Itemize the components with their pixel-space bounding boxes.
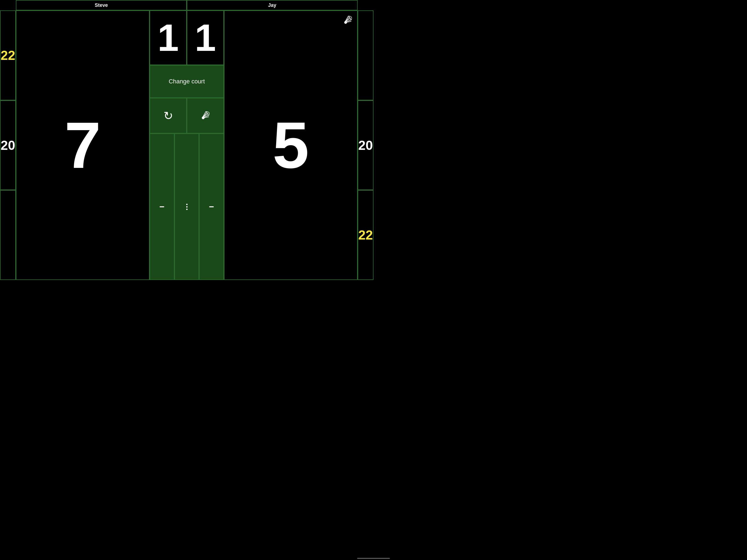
jay-score-area[interactable]: 5 (224, 10, 358, 280)
header-right-pad (358, 0, 374, 10)
left-top-score: 22 (1, 48, 15, 63)
serve-shuttlecock-icon (342, 14, 354, 26)
right-mid-score: 20 (358, 138, 373, 153)
minus-left-icon: − (159, 202, 164, 212)
change-court-label: Change court (169, 78, 205, 85)
header-steve: Steve (16, 0, 187, 10)
redo-icon: ↻ (163, 109, 173, 123)
steve-main-score: 7 (65, 112, 101, 178)
set-scores-row: 1 1 (150, 10, 224, 65)
right-panel-mid: 20 (358, 100, 374, 190)
jay-player-name: Jay (268, 2, 276, 8)
steve-player-name: Steve (95, 2, 108, 8)
redo-button[interactable]: ↻ (150, 98, 187, 133)
shuttlecock-icon (199, 110, 211, 122)
shuttlecock-button[interactable] (187, 98, 224, 133)
more-options-button[interactable] (175, 133, 199, 280)
minus-right-icon: − (209, 202, 214, 212)
main-area: 22 20 7 1 1 (0, 10, 374, 280)
left-panels: 22 20 (0, 10, 16, 280)
header: Steve Jay (0, 0, 374, 10)
more-options-icon (186, 204, 187, 210)
center-area: 7 1 1 Change court (16, 10, 358, 280)
screen: Steve Jay 22 20 7 (0, 0, 374, 280)
set-score-left-cell: 1 (150, 10, 187, 65)
left-panel-top: 22 (0, 10, 16, 100)
right-panel-bot: 22 (358, 190, 374, 280)
minus-right-button[interactable]: − (199, 133, 224, 280)
set-score-right-cell: 1 (187, 10, 224, 65)
header-jay: Jay (187, 0, 358, 10)
change-court-button[interactable]: Change court (150, 65, 224, 98)
minus-left-button[interactable]: − (150, 133, 175, 280)
set-score-right: 1 (195, 19, 216, 57)
right-bot-score: 22 (358, 228, 373, 243)
jay-main-score: 5 (273, 112, 309, 178)
bottom-row: − − (150, 133, 224, 280)
right-panel-top (358, 10, 374, 100)
steve-score-area[interactable]: 7 (16, 10, 150, 280)
set-score-left: 1 (157, 19, 179, 57)
right-panels: 20 22 (358, 10, 374, 280)
left-panel-mid: 20 (0, 100, 16, 190)
action-row: ↻ (150, 98, 224, 133)
control-panel: 1 1 Change court ↻ (150, 10, 224, 280)
serve-indicator (342, 14, 354, 29)
left-mid-score: 20 (1, 138, 15, 153)
left-panel-bot (0, 190, 16, 280)
header-left-pad (0, 0, 16, 10)
